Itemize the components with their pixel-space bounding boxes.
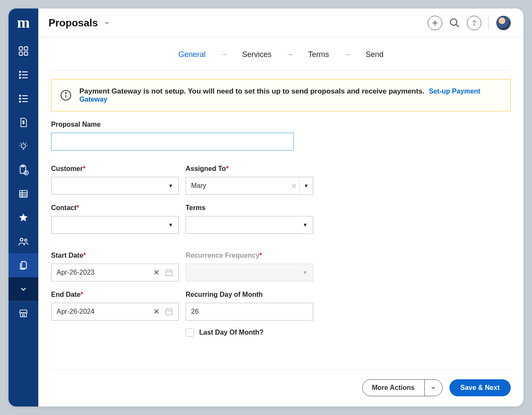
documents-icon [18, 260, 29, 270]
list-bullets-icon [18, 94, 29, 104]
label-customer: Customer* [51, 165, 179, 173]
question-icon [471, 20, 478, 26]
label-assigned-to: Assigned To* [186, 165, 313, 173]
field-end-date: End Date* Apr-26-2024 ✕ [51, 291, 179, 337]
svg-point-32 [20, 238, 23, 241]
field-contact: Contact* ▼ [51, 204, 179, 234]
user-avatar[interactable] [496, 16, 511, 30]
field-terms: Terms ▼ [186, 204, 313, 234]
nav-idea[interactable] [9, 134, 38, 158]
svg-point-33 [25, 239, 27, 241]
step-send[interactable]: Send [366, 50, 383, 59]
grid-icon [18, 46, 29, 56]
clear-end-date-icon[interactable]: ✕ [153, 307, 160, 316]
add-button[interactable] [428, 16, 442, 30]
svg-rect-0 [19, 47, 23, 50]
help-button[interactable] [467, 16, 481, 30]
terms-select[interactable]: ▼ [186, 216, 313, 234]
nav-favorites[interactable] [9, 206, 38, 230]
alert-text: Payment Gateway is not setup. You will n… [79, 87, 424, 95]
label-contact: Contact* [51, 204, 179, 212]
field-start-date: Start Date* Apr-26-2023 ✕ [51, 252, 179, 281]
contact-select[interactable]: ▼ [51, 216, 179, 234]
more-actions-caret[interactable] [424, 380, 442, 396]
field-assigned-to: Assigned To* Mary ✕ ▼ [186, 165, 313, 195]
clear-assigned-icon[interactable]: ✕ [291, 182, 297, 190]
people-icon [18, 236, 29, 247]
spreadsheet-icon [18, 189, 29, 199]
arrow-icon: → [343, 50, 351, 59]
label-start-date: Start Date* [51, 252, 179, 259]
recurring-day-value: 26 [191, 308, 199, 316]
app-window: m $ [9, 9, 523, 406]
sidebar: m $ [9, 9, 38, 406]
last-day-label: Last Day Of Month? [199, 329, 263, 336]
svg-rect-2 [19, 52, 23, 55]
nav-team[interactable] [9, 230, 38, 253]
field-proposal-name: Proposal Name [51, 121, 313, 151]
svg-point-14 [20, 101, 21, 102]
svg-rect-1 [24, 47, 28, 50]
label-proposal-name: Proposal Name [51, 121, 313, 128]
step-services[interactable]: Services [242, 50, 272, 59]
label-recurrence-frequency: Recurrence Frequency* [186, 252, 313, 259]
last-day-checkbox[interactable] [186, 328, 194, 337]
svg-rect-42 [166, 270, 172, 276]
nav-clipboard-money[interactable]: $ [9, 158, 38, 182]
save-next-button[interactable]: Save & Next [449, 379, 511, 396]
svg-rect-3 [24, 52, 28, 55]
step-terms[interactable]: Terms [308, 50, 329, 59]
nav-table[interactable] [9, 182, 38, 206]
svg-point-40 [66, 93, 66, 94]
payment-gateway-alert: Payment Gateway is not setup. You will n… [51, 79, 511, 111]
header: Proposals [38, 9, 523, 37]
nav-proposals[interactable] [9, 253, 38, 277]
arrow-icon: → [286, 50, 294, 59]
content: General → Services → Terms → Send Paymen… [38, 37, 523, 406]
calendar-icon[interactable] [165, 307, 173, 316]
nav-expand[interactable] [9, 277, 38, 301]
search-button[interactable] [447, 16, 462, 30]
recurrence-frequency-select: ▼ [186, 264, 313, 281]
nav-list-1[interactable] [9, 63, 38, 87]
clear-start-date-icon[interactable]: ✕ [153, 268, 160, 277]
svg-line-22 [26, 143, 27, 144]
end-date-input[interactable]: Apr-26-2024 ✕ [51, 303, 179, 321]
svg-point-36 [450, 19, 457, 25]
start-date-value: Apr-26-2023 [57, 269, 94, 276]
nav-dashboard[interactable] [9, 39, 38, 63]
assigned-to-select[interactable]: Mary ✕ ▼ [186, 177, 313, 195]
plus-icon [431, 19, 439, 27]
storefront-icon [18, 308, 29, 318]
step-general[interactable]: General [178, 50, 206, 59]
field-recurrence-frequency: Recurrence Frequency* ▼ [186, 252, 313, 281]
calendar-icon[interactable] [165, 268, 173, 277]
more-actions-button[interactable]: More Actions [362, 379, 443, 396]
nav-invoice[interactable] [9, 111, 38, 134]
svg-point-8 [20, 77, 21, 79]
invoice-dollar-icon [18, 117, 29, 128]
lightbulb-icon [18, 141, 29, 151]
header-separator [488, 16, 489, 30]
recurring-day-input[interactable]: 26 [186, 303, 313, 321]
star-icon [18, 213, 29, 223]
app-logo: m [17, 14, 30, 31]
proposal-name-input[interactable] [51, 133, 294, 151]
main: Proposals General → Services [38, 9, 523, 406]
svg-rect-46 [166, 309, 172, 315]
svg-point-12 [20, 98, 21, 99]
label-end-date: End Date* [51, 291, 179, 298]
nav-list-2[interactable] [9, 87, 38, 111]
clipboard-dollar-icon: $ [18, 165, 29, 176]
chevron-down-icon [430, 385, 436, 391]
search-icon [449, 17, 460, 28]
chevron-down-icon [19, 285, 28, 293]
page-title: Proposals [49, 17, 98, 29]
label-recurring-day: Recurring Day of Month [186, 291, 313, 298]
stepper: General → Services → Terms → Send [51, 37, 511, 71]
customer-select[interactable]: ▼ [51, 177, 179, 195]
nav-store[interactable] [9, 301, 38, 325]
start-date-input[interactable]: Apr-26-2023 ✕ [51, 264, 179, 281]
title-dropdown[interactable] [104, 20, 110, 26]
field-recurring-day: Recurring Day of Month 26 Last Day Of Mo… [186, 291, 313, 337]
